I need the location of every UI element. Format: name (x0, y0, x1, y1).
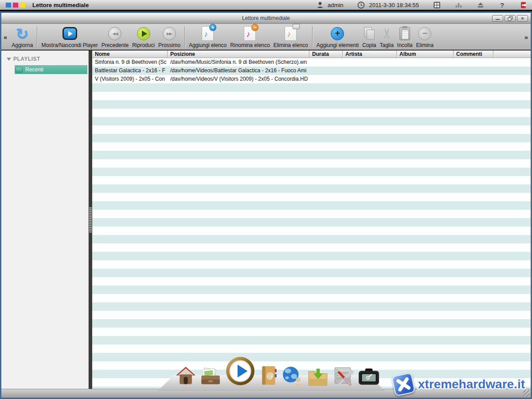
playlist-delete-icon: ♪ (285, 26, 297, 41)
delete-playlist-button[interactable]: ♪ Elimina elenco (272, 25, 310, 49)
play-icon (137, 27, 150, 40)
table-row[interactable]: Battlestar Galactica - 2x16 - F /dav/hom… (92, 66, 531, 75)
previous-button[interactable]: ◀◀ Precedente (100, 25, 130, 49)
add-items-button[interactable]: + Aggiungi elementi (315, 25, 360, 49)
toolbar-overflow-left[interactable]: « (2, 33, 8, 41)
refresh-icon: ↻ (16, 27, 29, 40)
table-empty-rows (92, 83, 531, 389)
svg-text:@: @ (266, 371, 274, 380)
toolbar: « ↻ Aggiorna Mostra/Nascondi Player ◀◀ P… (1, 24, 531, 50)
column-header-artista[interactable]: Artista (343, 51, 397, 58)
player-toggle-icon (63, 27, 77, 40)
cell-posizione: /dav/home/Videos/V (Visitors 2009) - 2x0… (168, 75, 309, 83)
playlist-rename-icon: ♪− (244, 26, 256, 41)
toolbar-overflow-right[interactable]: » (523, 33, 530, 41)
dock-media-player-icon[interactable] (225, 356, 255, 388)
column-header-durata[interactable]: Durata (309, 51, 343, 58)
dock-photos-icon[interactable] (200, 366, 221, 388)
play-button[interactable]: Riproduci (130, 25, 156, 49)
brand-squares-icon (6, 3, 25, 8)
dock: @ (158, 360, 385, 391)
eject-icon[interactable] (477, 1, 484, 9)
playlist-sidebar: PLAYLIST Recenti (1, 51, 89, 389)
next-button[interactable]: ▶▶ Prossimo (156, 25, 182, 49)
restore-button[interactable] (505, 15, 516, 22)
column-header-nome[interactable]: Nome (92, 51, 168, 58)
sidebar-splitter[interactable] (89, 51, 92, 389)
restore-icon (508, 16, 513, 21)
paste-button[interactable]: Incolla (395, 25, 415, 49)
logout-icon[interactable] (520, 1, 528, 9)
cell-artista (343, 75, 397, 83)
system-status-icon[interactable] (455, 1, 462, 9)
cell-posizione: /dav/home/Music/Sinfonia n. 9 di Beethov… (168, 58, 309, 66)
dock-toolbox-icon[interactable] (358, 368, 380, 388)
topbar-username[interactable]: admin (328, 2, 343, 8)
topbar-datetime: 2011-3-30 18:34:55 (369, 2, 419, 8)
column-header-posizione[interactable]: Posizione (168, 51, 309, 58)
table-row[interactable]: V (Visitors 2009) - 2x05 - Con /dav/home… (92, 75, 531, 83)
folder-icon (16, 67, 23, 73)
table-row[interactable]: Sinfonia n. 9 di Beethoven (Sc /dav/home… (92, 58, 531, 66)
cell-commenti (454, 66, 493, 75)
toggle-player-button[interactable]: Mostra/Nascondi Player (39, 25, 99, 49)
cell-commenti (454, 75, 493, 83)
cell-commenti (454, 58, 493, 66)
column-header-commenti[interactable]: Commenti (454, 51, 493, 58)
next-icon: ▶▶ (163, 27, 176, 40)
cut-icon: ✂ (379, 28, 395, 39)
windows-icon[interactable] (433, 1, 441, 9)
playlist-section-label: PLAYLIST (13, 56, 40, 62)
table-header: Nome Posizione Durata Artista Album Comm… (92, 51, 531, 58)
cell-album (397, 66, 454, 75)
playlist-section-header[interactable]: PLAYLIST (7, 56, 88, 62)
add-playlist-button[interactable]: ♪+ Aggiungi elenco (187, 25, 228, 49)
column-header-empty (493, 51, 531, 58)
cell-nome: Sinfonia n. 9 di Beethoven (Sc (92, 58, 168, 66)
watermark-text: xtremehardware.it (418, 377, 525, 391)
clock-icon (357, 1, 365, 9)
toolbar-separator (184, 26, 185, 48)
xtremehardware-watermark: xtremehardware.it (393, 374, 525, 395)
window-titlebar[interactable]: Lettore multimediale × (1, 13, 531, 24)
cell-durata (309, 58, 343, 66)
dock-web-users-icon[interactable] (282, 366, 303, 388)
minimize-icon (496, 19, 500, 20)
topbar-title: Lettore multimediale (32, 2, 89, 8)
sidebar-item-recenti[interactable]: Recenti (15, 65, 87, 74)
cell-durata (309, 75, 343, 83)
splitter-handle-icon (89, 207, 92, 233)
cell-durata (309, 66, 343, 75)
cut-button[interactable]: ✂ Taglia (378, 25, 395, 49)
dock-disk-tools-icon[interactable] (332, 366, 354, 388)
cell-album (397, 58, 454, 66)
column-header-album[interactable]: Album (397, 51, 454, 58)
media-table: Nome Posizione Durata Artista Album Comm… (92, 51, 531, 389)
delete-items-button[interactable]: − Elimina (415, 25, 435, 49)
refresh-button[interactable]: ↻ Aggiorna (10, 25, 35, 49)
copy-icon (363, 27, 376, 40)
paste-icon (399, 27, 410, 40)
close-button[interactable]: × (517, 15, 528, 22)
delete-icon: − (418, 27, 431, 40)
window-title: Lettore multimediale (1, 15, 531, 21)
dock-home-icon[interactable] (176, 366, 196, 388)
dock-contacts-icon[interactable]: @ (259, 365, 278, 388)
cell-posizione: /dav/home/Videos/Battlestar Galactica - … (168, 66, 309, 75)
previous-icon: ◀◀ (108, 27, 121, 40)
toolbar-separator (312, 26, 313, 48)
cell-nome: V (Visitors 2009) - 2x05 - Con (92, 75, 168, 83)
help-icon[interactable]: ? (498, 1, 506, 9)
sidebar-item-label: Recenti (25, 66, 43, 73)
user-icon (316, 1, 324, 9)
minimize-button[interactable] (492, 15, 503, 22)
dock-download-icon[interactable] (307, 367, 329, 388)
cell-artista (343, 58, 397, 66)
xtremehardware-logo-icon (391, 372, 416, 397)
system-topbar: Lettore multimediale admin 2011-3-30 18:… (0, 0, 532, 10)
rename-playlist-button[interactable]: ♪− Rinomina elenco (228, 25, 271, 49)
cell-artista (343, 66, 397, 75)
toolbar-separator (37, 26, 37, 48)
copy-button[interactable]: Copia (360, 25, 378, 49)
cell-album (397, 75, 454, 83)
